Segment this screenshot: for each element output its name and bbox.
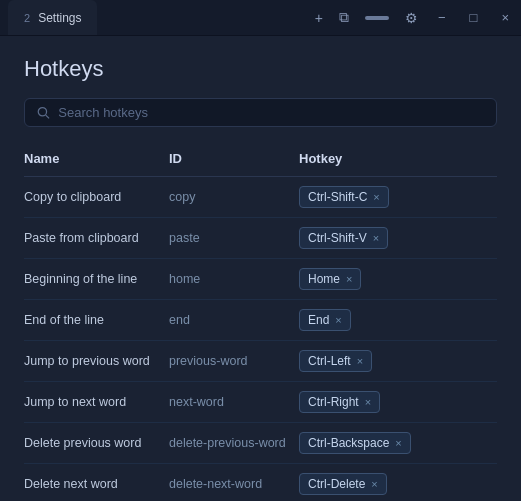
page-title: Hotkeys — [24, 56, 497, 82]
table-row: Copy to clipboardcopyCtrl-Shift-C× — [24, 177, 497, 218]
close-button[interactable]: × — [497, 8, 513, 27]
cell-hotkey: Ctrl-Delete× — [299, 464, 497, 502]
hotkey-label: Home — [308, 272, 340, 286]
table-header-row: Name ID Hotkey — [24, 147, 497, 177]
cell-id: delete-previous-word — [169, 423, 299, 464]
hotkey-label: Ctrl-Backspace — [308, 436, 389, 450]
table-row: Beginning of the linehomeHome× — [24, 259, 497, 300]
cell-name: Jump to next word — [24, 382, 169, 423]
cell-id: delete-next-word — [169, 464, 299, 502]
svg-point-0 — [38, 107, 46, 115]
title-bar-actions: + ⧉ ⚙ − □ × — [315, 8, 513, 27]
table-row: End of the lineendEnd× — [24, 300, 497, 341]
hotkey-label: Ctrl-Shift-V — [308, 231, 367, 245]
hotkey-label: Ctrl-Shift-C — [308, 190, 367, 204]
main-content: Hotkeys Name ID Hotkey Copy to clipboard… — [0, 36, 521, 501]
cell-name: End of the line — [24, 300, 169, 341]
minimize-button[interactable]: − — [434, 8, 450, 27]
remove-hotkey-button[interactable]: × — [373, 232, 379, 244]
cell-name: Delete next word — [24, 464, 169, 502]
table-row: Jump to next wordnext-wordCtrl-Right× — [24, 382, 497, 423]
table-row: Delete next worddelete-next-wordCtrl-Del… — [24, 464, 497, 502]
hotkey-chip: Ctrl-Backspace× — [299, 432, 411, 454]
cell-hotkey: Ctrl-Left× — [299, 341, 497, 382]
cell-name: Jump to previous word — [24, 341, 169, 382]
hotkey-chip: End× — [299, 309, 351, 331]
hotkey-chip: Home× — [299, 268, 361, 290]
tab-number: 2 — [24, 12, 30, 24]
col-header-hotkey: Hotkey — [299, 147, 497, 177]
cell-hotkey: Ctrl-Shift-V× — [299, 218, 497, 259]
table-row: Jump to previous wordprevious-wordCtrl-L… — [24, 341, 497, 382]
cell-name: Delete previous word — [24, 423, 169, 464]
hotkey-chip: Ctrl-Shift-C× — [299, 186, 389, 208]
hotkey-label: Ctrl-Delete — [308, 477, 365, 491]
cell-hotkey: End× — [299, 300, 497, 341]
hotkeys-table: Name ID Hotkey Copy to clipboardcopyCtrl… — [24, 147, 497, 501]
remove-hotkey-button[interactable]: × — [373, 191, 379, 203]
cell-id: previous-word — [169, 341, 299, 382]
new-tab-icon[interactable]: + — [315, 10, 323, 26]
col-header-id: ID — [169, 147, 299, 177]
cell-id: next-word — [169, 382, 299, 423]
remove-hotkey-button[interactable]: × — [371, 478, 377, 490]
svg-line-1 — [46, 115, 49, 118]
copy-pane-icon[interactable]: ⧉ — [339, 9, 349, 26]
hotkey-chip: Ctrl-Shift-V× — [299, 227, 388, 249]
col-header-name: Name — [24, 147, 169, 177]
hotkey-label: Ctrl-Left — [308, 354, 351, 368]
cell-id: paste — [169, 218, 299, 259]
gear-icon[interactable]: ⚙ — [405, 10, 418, 26]
remove-hotkey-button[interactable]: × — [395, 437, 401, 449]
search-bar — [24, 98, 497, 127]
cell-hotkey: Ctrl-Right× — [299, 382, 497, 423]
hotkey-label: End — [308, 313, 329, 327]
cell-name: Copy to clipboard — [24, 177, 169, 218]
search-input[interactable] — [58, 105, 484, 120]
remove-hotkey-button[interactable]: × — [365, 396, 371, 408]
cell-id: home — [169, 259, 299, 300]
cell-id: copy — [169, 177, 299, 218]
hotkey-label: Ctrl-Right — [308, 395, 359, 409]
remove-hotkey-button[interactable]: × — [357, 355, 363, 367]
remove-hotkey-button[interactable]: × — [346, 273, 352, 285]
tab-label: Settings — [38, 11, 81, 25]
cell-hotkey: Home× — [299, 259, 497, 300]
search-icon — [37, 106, 50, 120]
hotkey-chip: Ctrl-Right× — [299, 391, 380, 413]
cell-id: end — [169, 300, 299, 341]
hotkey-chip: Ctrl-Left× — [299, 350, 372, 372]
cell-name: Paste from clipboard — [24, 218, 169, 259]
maximize-button[interactable]: □ — [466, 8, 482, 27]
table-row: Paste from clipboardpasteCtrl-Shift-V× — [24, 218, 497, 259]
table-row: Delete previous worddelete-previous-word… — [24, 423, 497, 464]
title-bar: 2 Settings + ⧉ ⚙ − □ × — [0, 0, 521, 36]
cell-hotkey: Ctrl-Shift-C× — [299, 177, 497, 218]
settings-tab[interactable]: 2 Settings — [8, 0, 97, 35]
cell-name: Beginning of the line — [24, 259, 169, 300]
remove-hotkey-button[interactable]: × — [335, 314, 341, 326]
spacer-icon — [365, 16, 389, 20]
hotkey-chip: Ctrl-Delete× — [299, 473, 387, 495]
cell-hotkey: Ctrl-Backspace× — [299, 423, 497, 464]
